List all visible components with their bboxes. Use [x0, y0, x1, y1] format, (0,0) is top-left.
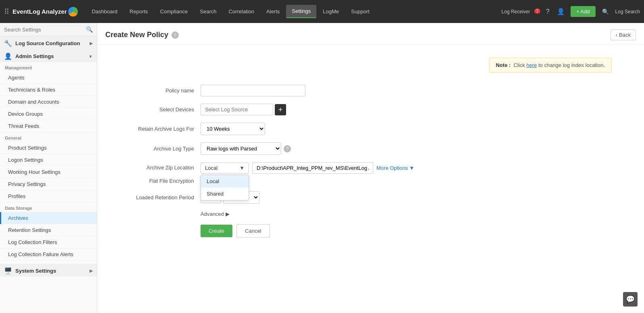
sidebar-item-archives[interactable]: Archives — [0, 212, 97, 224]
advanced-label: Advanced — [201, 211, 224, 217]
nav-correlation[interactable]: Correlation — [223, 5, 260, 18]
sidebar-system-settings-section[interactable]: 🖥️ System Settings ▶ — [0, 264, 97, 277]
sidebar-item-device-groups[interactable]: Device Groups — [0, 108, 97, 120]
sidebar-item-retention-settings[interactable]: Retention Settings — [0, 224, 97, 236]
search-settings-input[interactable] — [4, 27, 86, 33]
help-circle-icon[interactable]: ? — [171, 31, 179, 39]
sidebar-item-profiles[interactable]: Profiles — [0, 190, 97, 202]
sidebar-item-threat-feeds[interactable]: Threat Feeds — [0, 120, 97, 132]
nav-right: Log Receiver 7 ? 👤 + Add 🔍 Log Search — [502, 6, 640, 17]
notification-badge[interactable]: 7 — [534, 8, 541, 14]
create-button[interactable]: Create — [201, 225, 232, 237]
sidebar-item-log-collection-filters[interactable]: Log Collection Filters — [0, 236, 97, 248]
log-receiver-label[interactable]: Log Receiver — [502, 9, 530, 15]
note-label: Note : — [496, 62, 511, 68]
admin-icon: 👤 — [4, 52, 12, 60]
log-source-arrow: ▶ — [90, 41, 93, 46]
nav-settings[interactable]: Settings — [286, 5, 316, 18]
sidebar-item-domain-accounts[interactable]: Domain and Accounts — [0, 96, 97, 108]
form-container: Policy name Select Devices + Retain Arch… — [97, 73, 644, 250]
system-arrow: ▶ — [90, 268, 93, 273]
sidebar-item-privacy-settings[interactable]: Privacy Settings — [0, 178, 97, 190]
archive-log-type-select[interactable]: Raw logs with Parsed — [201, 142, 281, 155]
sidebar-item-product-settings[interactable]: Product Settings — [0, 142, 97, 154]
logo-icon — [68, 7, 78, 17]
page-title: Create New Policy — [105, 31, 168, 39]
back-label: Back — [619, 32, 631, 38]
back-button[interactable]: ‹ Back — [611, 29, 636, 40]
data-storage-group-label: Data Storage — [0, 202, 97, 212]
archive-log-type-row: Archive Log Type Raw logs with Parsed ? — [121, 142, 620, 155]
nav-search[interactable]: Search — [194, 5, 222, 18]
grid-icon[interactable]: ⠿ — [4, 7, 9, 16]
add-button[interactable]: + Add — [571, 6, 596, 17]
main-content: Create New Policy ? ‹ Back Note : Click … — [97, 23, 644, 313]
chat-icon[interactable]: 💬 — [623, 292, 638, 307]
policy-name-input[interactable] — [201, 85, 305, 96]
location-dropdown-popup: Local Shared — [201, 175, 249, 200]
select-devices-label: Select Devices — [121, 106, 194, 113]
management-group-label: Management — [0, 62, 97, 72]
sidebar-item-working-hour-settings[interactable]: Working Hour Settings — [0, 166, 97, 178]
note-link[interactable]: here — [527, 62, 537, 68]
system-settings-label: System Settings — [15, 268, 86, 274]
retain-select[interactable]: 10 Weeks — [201, 123, 265, 135]
sidebar-item-logon-settings[interactable]: Logon Settings — [0, 154, 97, 166]
admin-arrow: ▼ — [88, 54, 93, 59]
more-options-arrow-icon: ▼ — [409, 165, 414, 171]
logo-text: EventLog Analyzer — [13, 8, 67, 15]
admin-settings-label: Admin Settings — [15, 53, 85, 59]
retain-dropdown-group: 10 Weeks — [201, 123, 265, 135]
sidebar-item-agents[interactable]: Agents — [0, 72, 97, 84]
search-icon: 🔍 — [86, 26, 93, 33]
select-devices-group: + — [201, 104, 286, 115]
search-icon-top[interactable]: 🔍 — [600, 7, 611, 17]
log-search-button[interactable]: Log Search — [615, 9, 640, 15]
archive-log-type-group: Raw logs with Parsed ? — [201, 142, 291, 155]
nav-reports[interactable]: Reports — [124, 5, 154, 18]
more-options-label: More Options — [376, 165, 408, 171]
sidebar-log-source-section[interactable]: 🔧 Log Source Configuration ▶ — [0, 36, 97, 49]
nav-dashboard[interactable]: Dashboard — [86, 5, 123, 18]
archive-log-type-help-icon[interactable]: ? — [284, 145, 291, 152]
dropdown-option-local[interactable]: Local — [201, 175, 249, 188]
select-log-source-input[interactable] — [201, 104, 273, 115]
location-path-input[interactable] — [252, 162, 373, 174]
layout: 🔍 🔧 Log Source Configuration ▶ 👤 Admin S… — [0, 23, 644, 313]
add-source-button[interactable]: + — [275, 104, 286, 115]
policy-name-label: Policy name — [121, 88, 194, 94]
sidebar-admin-settings-section[interactable]: 👤 Admin Settings ▼ — [0, 49, 97, 62]
retain-label: Retain Archive Logs For — [121, 126, 194, 132]
retain-archive-row: Retain Archive Logs For 10 Weeks — [121, 123, 620, 135]
advanced-arrow-icon: ▶ — [226, 211, 230, 217]
loaded-retention-period-row: Loaded Retention Period Days Weeks Month… — [121, 191, 620, 204]
advanced-row: Advanced ▶ — [121, 211, 620, 217]
logo: EventLog Analyzer — [13, 7, 78, 17]
policy-name-row: Policy name — [121, 85, 620, 96]
nav-compliance[interactable]: Compliance — [155, 5, 194, 18]
location-type-dropdown[interactable]: Local ▼ — [201, 163, 249, 173]
general-group-label: General — [0, 132, 97, 142]
page-header: Create New Policy ? ‹ Back — [97, 23, 644, 45]
archive-log-type-label: Archive Log Type — [121, 146, 194, 152]
nav-support[interactable]: Support — [345, 5, 375, 18]
more-options-button[interactable]: More Options ▼ — [376, 165, 414, 171]
location-dropdown-arrow: ▼ — [239, 165, 245, 171]
sidebar: 🔍 🔧 Log Source Configuration ▶ 👤 Admin S… — [0, 23, 97, 313]
user-icon[interactable]: 👤 — [555, 6, 567, 17]
select-devices-row: Select Devices + — [121, 104, 620, 115]
note-box: Note : Click here to change log index lo… — [489, 58, 612, 73]
cancel-button[interactable]: Cancel — [236, 224, 270, 238]
help-icon[interactable]: ? — [544, 6, 551, 17]
action-buttons: Create Cancel — [121, 224, 620, 238]
advanced-button[interactable]: Advanced ▶ — [201, 211, 230, 217]
flat-file-encryption-label: Flat File Encryption — [121, 178, 194, 184]
dropdown-option-shared[interactable]: Shared — [201, 188, 249, 200]
sidebar-item-technicians-roles[interactable]: Technicians & Roles — [0, 84, 97, 96]
archive-zip-label: Archive Zip Location — [121, 165, 194, 171]
nav-alerts[interactable]: Alerts — [261, 5, 285, 18]
loaded-period-label: Loaded Retention Period — [121, 194, 194, 200]
sidebar-item-log-collection-failure-alerts[interactable]: Log Collection Failure Alerts — [0, 248, 97, 261]
system-icon: 🖥️ — [4, 267, 12, 275]
nav-logme[interactable]: LogMe — [317, 5, 345, 18]
